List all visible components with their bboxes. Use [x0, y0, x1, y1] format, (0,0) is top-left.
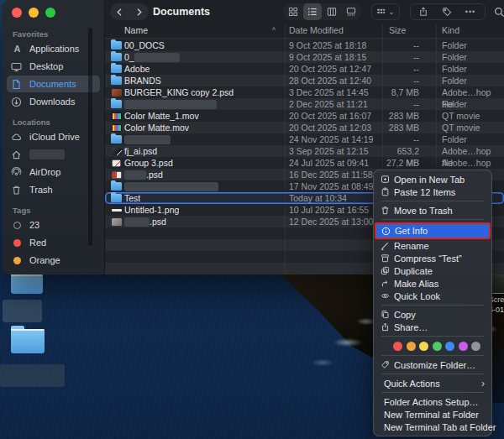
menu-item-new-terminal-tab[interactable]: New Terminal Tab at Folder — [374, 421, 491, 433]
new-tab-icon — [380, 175, 390, 185]
purple-tag-dot[interactable] — [459, 342, 468, 351]
table-row[interactable]: fj_ai.psd 3 Sep 2025 at 12:15 653,2 MB A… — [105, 145, 504, 157]
sidebar-item-tag-red[interactable]: Red — [7, 234, 100, 251]
table-row[interactable]: 2 Dec 2025 at 11:21 -- Folder — [105, 98, 504, 110]
orange-tag-dot[interactable] — [407, 342, 416, 351]
sea-foam — [311, 359, 334, 366]
sidebar-item-downloads[interactable]: Downloads — [7, 93, 100, 110]
sidebar-item-icloud-drive[interactable]: iCloud Drive — [7, 128, 100, 145]
document-icon — [11, 79, 24, 90]
column-view-button[interactable] — [323, 3, 341, 20]
menu-item-folder-actions-setup[interactable]: Folder Actions Setup… — [374, 395, 491, 408]
sidebar-scrollbar[interactable] — [88, 28, 92, 246]
yellow-tag-dot[interactable] — [419, 342, 428, 351]
zoom-button[interactable] — [45, 8, 55, 18]
menu-item-open-in-new-tab[interactable]: Open in New Tab — [374, 173, 491, 186]
sidebar-item-home[interactable] — [7, 146, 100, 163]
folder-icon — [111, 53, 122, 61]
movie-file-icon — [112, 124, 122, 132]
yellow-tag-icon — [13, 274, 21, 275]
redacted-filename — [124, 170, 146, 180]
forward-button[interactable] — [129, 3, 148, 20]
psd-file-icon — [112, 159, 121, 167]
table-row[interactable]: 0_ 9 Oct 2025 at 18:15 -- Folder — [105, 51, 504, 63]
sidebar-item-applications[interactable]: A Applications — [7, 40, 100, 57]
archive-icon — [380, 253, 390, 264]
gallery-view-button[interactable] — [342, 3, 360, 20]
menu-item-compress[interactable]: Compress “Test” — [374, 252, 491, 264]
menu-item-make-alias[interactable]: Make Alias — [374, 277, 491, 290]
sidebar-item-trash[interactable]: Trash — [7, 181, 100, 198]
share-button[interactable] — [414, 3, 433, 20]
sidebar: Favorites A Applications Desktop Documen… — [3, 0, 105, 274]
table-row[interactable]: Color Matte_1.mov 20 Oct 2025 at 16:07 2… — [105, 110, 504, 122]
sidebar-item-documents[interactable]: Documents — [7, 76, 100, 92]
share-icon — [380, 322, 390, 332]
redacted-filename — [124, 217, 150, 227]
red-tag-dot[interactable] — [393, 342, 402, 351]
menu-item-share[interactable]: Share… — [374, 321, 491, 333]
close-button[interactable] — [12, 8, 22, 18]
tag-color-row — [374, 339, 491, 353]
psd-file-icon — [112, 148, 122, 155]
column-size[interactable]: Size — [389, 25, 406, 35]
menu-divider — [381, 201, 484, 201]
list-view-button[interactable] — [303, 3, 322, 20]
desktop-folder-icon[interactable] — [11, 274, 43, 294]
table-row[interactable]: Color Matte.mov 20 Oct 2025 at 12:03 283… — [105, 122, 504, 133]
redacted-home-label — [29, 149, 65, 159]
column-date-modified[interactable]: Date Modified — [289, 25, 344, 35]
sort-ascending-icon: ^ — [272, 26, 276, 34]
desktop-icon — [11, 61, 24, 72]
menu-item-quick-look[interactable]: Quick Look — [374, 290, 491, 302]
redacted-filename — [134, 53, 180, 62]
desktop-folder-icon[interactable] — [11, 329, 45, 353]
menu-item-quick-actions[interactable]: Quick Actions › — [374, 377, 491, 389]
folder-icon — [111, 100, 122, 108]
tag-circle-icon — [13, 222, 21, 229]
sidebar-item-tag-orange[interactable]: Orange — [7, 252, 100, 269]
menu-item-rename[interactable]: Rename — [374, 239, 491, 252]
sea-foam — [333, 338, 363, 347]
table-row[interactable]: 00_DOCS 9 Oct 2025 at 18:18 -- Folder — [105, 39, 504, 51]
movie-file-icon — [112, 112, 122, 120]
table-row[interactable]: Group 3.psd 24 Jul 2025 at 09:41 27,2 MB… — [105, 157, 504, 169]
menu-divider — [381, 355, 484, 356]
icon-view-button[interactable] — [284, 3, 302, 20]
sidebar-section-tags: Tags — [13, 206, 94, 215]
menu-item-duplicate[interactable]: Duplicate — [374, 264, 491, 277]
blue-tag-dot[interactable] — [445, 342, 454, 351]
table-row[interactable]: BURGER_KING copy 2.psd 3 Dec 2025 at 14:… — [105, 86, 504, 98]
sidebar-item-tag-yellow[interactable]: Yellow — [7, 269, 100, 274]
menu-item-new-terminal[interactable]: New Terminal at Folder — [374, 408, 491, 421]
column-header: Name ^ Date Modified Size Kind — [105, 24, 504, 39]
customize-icon — [380, 360, 390, 370]
menu-item-move-to-trash[interactable]: Move to Trash — [374, 204, 491, 217]
sidebar-item-tag-23[interactable]: 23 — [7, 217, 100, 233]
sidebar-item-desktop[interactable]: Desktop — [7, 58, 100, 75]
menu-item-paste[interactable]: Paste 12 Items — [374, 186, 491, 198]
minimize-button[interactable] — [29, 8, 39, 18]
sidebar-item-airdrop[interactable]: AirDrop — [7, 164, 100, 180]
psd-file-icon — [112, 218, 122, 226]
column-kind[interactable]: Kind — [442, 25, 459, 35]
tag-button[interactable] — [438, 3, 456, 20]
back-button[interactable] — [110, 3, 129, 20]
menu-item-customize-folder[interactable]: Customize Folder… — [374, 358, 491, 371]
group-button[interactable]: ⌄ — [371, 3, 400, 20]
trash-icon — [380, 206, 390, 216]
column-name[interactable]: Name — [124, 25, 148, 35]
menu-item-get-info[interactable]: Get Info — [375, 222, 491, 239]
menu-divider — [381, 336, 484, 337]
green-tag-dot[interactable] — [433, 342, 442, 351]
table-row[interactable]: 24 Nov 2025 at 14:19 -- Folder — [105, 133, 504, 145]
table-row[interactable]: Adobe 20 Oct 2025 at 12:47 -- Folder — [105, 63, 504, 75]
more-options-button[interactable]: ••• — [461, 3, 480, 20]
page-title: Documents — [153, 0, 210, 24]
table-row[interactable]: BRANDS 28 Oct 2025 at 12:40 -- Folder — [105, 75, 504, 86]
menu-item-copy[interactable]: Copy — [374, 308, 491, 321]
gray-tag-dot[interactable] — [471, 342, 480, 351]
toolbar: Documents ⌄ ••• — [105, 0, 504, 24]
window-controls — [3, 0, 104, 22]
search-button[interactable] — [490, 3, 504, 20]
